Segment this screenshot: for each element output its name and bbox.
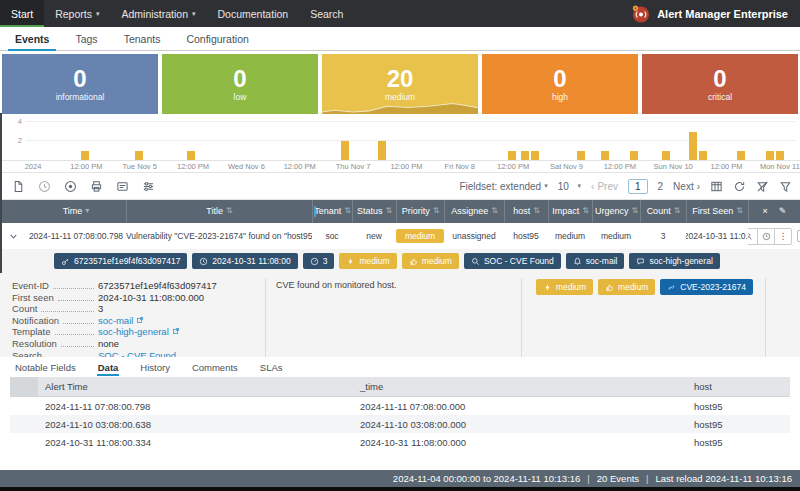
tab-notable-fields[interactable]: Notable Fields (4, 357, 87, 377)
timeline-bar[interactable] (378, 141, 386, 160)
tab-tags[interactable]: Tags (62, 27, 110, 50)
tab-configuration[interactable]: Configuration (173, 27, 261, 50)
pager-prev[interactable]: ‹Prev (591, 181, 618, 192)
data-col-host: host (694, 381, 790, 392)
timeline-bar[interactable] (776, 151, 784, 161)
column-header-urgency[interactable]: Urgency⇅ (592, 200, 640, 223)
timeline-bar[interactable] (601, 151, 609, 161)
fieldset-select[interactable]: Fieldset: extended▾ (459, 181, 547, 192)
nav-administration[interactable]: Administration▾ (110, 0, 206, 27)
page-size-select[interactable]: 10 ▾ (558, 181, 581, 192)
impact-pill[interactable]: medium (402, 253, 459, 269)
printer-icon[interactable] (90, 180, 103, 193)
cell-assignee: unassigned (444, 231, 504, 241)
priority-badge: medium (396, 229, 444, 243)
count-pill[interactable]: 3 (303, 253, 335, 269)
timeline-bar[interactable] (689, 132, 697, 161)
sort-icon: ⇅ (674, 207, 681, 215)
nav-search-label: Search (310, 8, 343, 20)
column-header-host[interactable]: host⇅ (504, 200, 548, 223)
timeline-bar[interactable] (766, 151, 774, 161)
event-id-pill[interactable]: 6723571ef1e9f4f63d097417 (54, 253, 187, 269)
card-view-icon[interactable] (116, 180, 129, 193)
kpi-card-informational[interactable]: 0informational (2, 54, 158, 114)
data-col-time: _time (360, 381, 694, 392)
pager-next[interactable]: Next› (673, 181, 700, 192)
cell-title: Vulnerability "CVE-2023-21674" found on … (126, 231, 312, 241)
timeline-bar[interactable] (577, 151, 585, 161)
column-header-assignee[interactable]: Assignee⇅ (444, 200, 504, 223)
side-urgency-pill[interactable]: medium (536, 279, 593, 295)
row-expander[interactable] (0, 231, 26, 242)
timeline-bar[interactable] (81, 151, 89, 161)
nav-reports[interactable]: Reports▾ (44, 0, 110, 27)
record-view-icon[interactable] (64, 180, 77, 193)
tab-comments[interactable]: Comments (181, 357, 249, 377)
tab-data[interactable]: Data (87, 357, 130, 377)
snooze-button[interactable] (757, 229, 774, 244)
x-axis-tick-label: 12:00 PM (710, 162, 742, 171)
gauge-icon (310, 257, 319, 266)
chevron-down-icon: ▾ (578, 182, 582, 190)
refresh-icon[interactable] (733, 180, 746, 193)
kpi-card-critical[interactable]: 0critical (642, 54, 798, 114)
more-actions-button[interactable]: ⋮ (774, 229, 791, 244)
timeline-bar[interactable] (531, 151, 539, 161)
timeline-bar[interactable] (187, 151, 195, 161)
kpi-card-high[interactable]: 0high (482, 54, 638, 114)
notification-link[interactable]: soc-mail (98, 315, 133, 326)
time-range-icon[interactable] (38, 180, 51, 193)
assign-user-button[interactable] (748, 229, 757, 244)
timeline-plot: 24 (0, 119, 800, 161)
columns-icon[interactable] (710, 180, 723, 193)
timeline-bar[interactable] (508, 151, 516, 161)
filter-clear-icon[interactable] (756, 180, 769, 193)
nav-start[interactable]: Start (0, 0, 44, 27)
timeline-bar[interactable] (135, 151, 143, 161)
data-table-gutter (10, 377, 38, 396)
kpi-card-low[interactable]: 0low (162, 54, 318, 114)
nav-search[interactable]: Search (299, 0, 354, 27)
urgency-pill[interactable]: medium (339, 253, 396, 269)
column-header-time[interactable]: Time▾ (26, 200, 126, 223)
timeline-bar[interactable] (341, 141, 349, 160)
event-row[interactable]: 2024-11-11 07:08:00.798 Vulnerability "C… (0, 223, 800, 249)
edit-columns-icon[interactable]: ✎ (779, 207, 787, 216)
timeline-bar[interactable] (521, 151, 529, 161)
sliders-icon[interactable] (142, 180, 155, 193)
column-header-impact[interactable]: Impact⇅ (548, 200, 592, 223)
cell-priority: medium (396, 229, 444, 243)
search-pill[interactable]: SOC - CVE Found (464, 253, 561, 269)
timeline-bar[interactable] (630, 151, 638, 161)
timeline-bar[interactable] (737, 151, 745, 161)
column-header-tenant[interactable]: Tenant⇅ (312, 200, 352, 223)
nav-documentation[interactable]: Documentation (207, 0, 300, 27)
tab-tenants[interactable]: Tenants (111, 27, 174, 50)
side-impact-pill[interactable]: medium (598, 279, 655, 295)
pager-page-1[interactable]: 1 (628, 179, 648, 194)
event-description: CVE found on monitored host. (266, 278, 522, 357)
cve-pill[interactable]: CVE-2023-21674 (660, 279, 753, 295)
column-header-status[interactable]: Status⇅ (352, 200, 396, 223)
cell-time: 2024-11-11 07:08:00.798 (26, 231, 126, 241)
column-header-count[interactable]: Count⇅ (640, 200, 686, 223)
template-link[interactable]: soc-high-general (98, 326, 169, 337)
tab-slas[interactable]: SLAs (249, 357, 294, 377)
timeline-bar[interactable] (662, 151, 670, 161)
timeline-bar[interactable] (699, 151, 707, 161)
column-drag-indicator (314, 206, 316, 217)
column-header-priority[interactable]: Priority⇅ (396, 200, 444, 223)
pager-page-2[interactable]: 2 (658, 181, 664, 192)
template-pill[interactable]: soc-high-general (629, 253, 719, 269)
export-icon[interactable] (12, 180, 25, 193)
column-header-title[interactable]: Title⇅ (126, 200, 312, 223)
kpi-card-medium[interactable]: 20medium (322, 54, 478, 114)
column-header-first-seen[interactable]: First Seen⇅ (686, 200, 748, 223)
filter-icon[interactable] (779, 180, 792, 193)
tab-events[interactable]: Events (2, 27, 62, 50)
first-seen-pill[interactable]: 2024-10-31 11:08:00 (192, 253, 297, 269)
tab-history[interactable]: History (129, 357, 181, 377)
close-icon[interactable]: × (763, 207, 768, 216)
cell-actions: ⋮ (748, 228, 800, 245)
notification-pill[interactable]: soc-mail (566, 253, 625, 269)
